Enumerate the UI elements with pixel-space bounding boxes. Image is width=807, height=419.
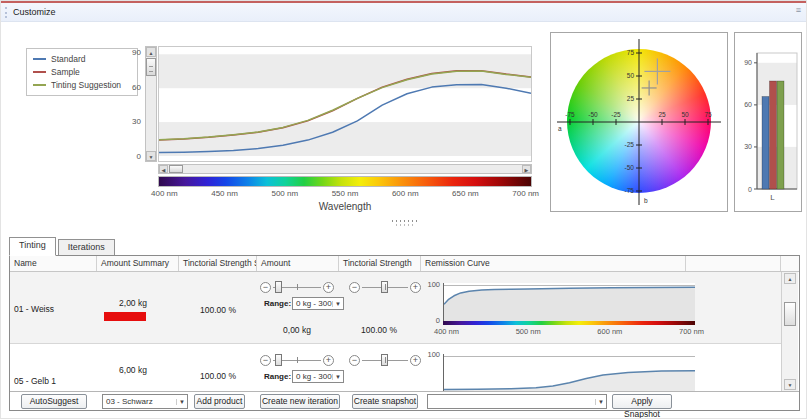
amount-summary-value: 6,00 kg [97, 365, 169, 375]
strength-slider-thumb[interactable] [381, 354, 388, 366]
amount-slider[interactable]: − + [260, 281, 334, 293]
column-header-amount-summary[interactable]: Amount Summary [97, 256, 179, 271]
product-name: 05 - Gelb 1 [14, 376, 56, 386]
toolbar-options-icon[interactable]: ≡ [796, 5, 801, 15]
create-snapshot-button[interactable]: Create snapshot [352, 394, 418, 409]
amount-slider[interactable]: − + [260, 354, 334, 366]
increase-amount-button[interactable]: + [323, 282, 334, 293]
svg-text:75: 75 [627, 49, 635, 56]
x-tick-label: 400 nm [151, 189, 178, 198]
amount-summary-value: 2,00 kg [97, 298, 169, 308]
column-header-tinctorial-strength-summary[interactable]: Tinctorial Strength Su... [179, 256, 257, 271]
legend-item-sample: Sample [33, 67, 131, 77]
add-product-button[interactable]: Add product [194, 394, 245, 409]
amount-slider-thumb[interactable] [275, 281, 282, 293]
y-tick-label: 90 [119, 48, 141, 57]
y-tick-label: 30 [119, 117, 141, 126]
bottom-tabs: Tinting Iterations [9, 237, 117, 256]
panel-footer: AutoSuggest 03 - Schwarz ▼ Add product C… [10, 391, 799, 410]
range-select[interactable]: 0 kg - 300 l ▼ [292, 370, 344, 383]
svg-text:-75: -75 [625, 187, 635, 194]
x-axis-tick-labels: 400 nm 450 nm 500 nm 550 nm 600 nm 650 n… [151, 189, 539, 198]
lab-color-wheel-panel: -75-75-50-50-25-25252550507575ab [550, 32, 728, 212]
table-row[interactable]: 01 - Weiss 2,00 kg 100.00 % − + Range: 0… [10, 272, 781, 344]
remission-y-max-label: 100 [414, 350, 440, 359]
remission-spectrum-strip [443, 321, 695, 325]
scroll-down-icon[interactable]: ▼ [146, 151, 156, 161]
remission-curve-chart [443, 283, 695, 321]
column-header-tinctorial-strength[interactable]: Tinctorial Strength [339, 256, 421, 271]
toolbar-grip-icon[interactable] [5, 7, 8, 18]
column-header-remission-curve[interactable]: Remission Curve [421, 256, 686, 271]
tinctorial-strength-slider[interactable]: − + [349, 354, 421, 366]
svg-text:30: 30 [744, 143, 752, 150]
decrease-strength-button[interactable]: − [349, 282, 360, 293]
svg-text:25: 25 [658, 111, 666, 118]
range-select[interactable]: 0 kg - 300 l ▼ [292, 297, 344, 310]
scroll-down-icon[interactable]: ▼ [784, 379, 796, 390]
toolbar-title: Customize [13, 7, 56, 17]
x-tick-label: 650 nm [452, 189, 479, 198]
scrollbar-thumb[interactable] [784, 302, 796, 326]
svg-text:-50: -50 [625, 164, 635, 171]
decrease-amount-button[interactable]: − [260, 355, 271, 366]
x-tick-label: 500 nm [271, 189, 298, 198]
column-header-empty [686, 256, 781, 271]
chevron-down-icon: ▼ [176, 399, 187, 405]
svg-text:-50: -50 [588, 111, 598, 118]
customize-window: Customize ≡ Standard Sample Tinting Sugg… [0, 0, 807, 419]
tab-iterations[interactable]: Iterations [58, 239, 115, 256]
wavelength-spectrum-strip [158, 176, 532, 187]
lab-axes-overlay: -75-75-50-50-25-25252550507575ab [551, 33, 727, 211]
x-tick-label: 450 nm [211, 189, 238, 198]
apply-snapshot-button[interactable]: Apply Snapshot [612, 394, 672, 409]
scroll-up-icon[interactable]: ▲ [146, 47, 156, 57]
strength-slider-thumb[interactable] [381, 281, 388, 293]
chart-vertical-scrollbar[interactable]: ▲ ▼ [145, 46, 157, 162]
table-header: Name Amount Summary Tinctorial Strength … [10, 256, 799, 272]
splitter-handle[interactable] [1, 220, 807, 228]
tab-tinting[interactable]: Tinting [9, 237, 56, 256]
x-axis-title: Wavelength [158, 201, 532, 212]
snapshot-select[interactable]: ▼ [427, 394, 607, 409]
svg-text:L: L [770, 193, 775, 202]
svg-text:-75: -75 [565, 111, 575, 118]
chart-horizontal-scrollbar[interactable]: ◀ ▶ [158, 164, 532, 174]
decrease-amount-button[interactable]: − [260, 282, 271, 293]
scroll-left-icon[interactable]: ◀ [159, 165, 168, 173]
suggestion-line-swatch [33, 84, 46, 86]
tinctorial-summary-value: 100.00 % [179, 305, 257, 315]
scrollbar-thumb[interactable] [169, 165, 183, 173]
chevron-down-icon: ▼ [332, 301, 343, 307]
standard-line-swatch [33, 58, 46, 60]
remission-y-min-label: 0 [420, 316, 440, 325]
y-tick-label: 60 [119, 83, 141, 92]
scrollbar-thumb[interactable] [146, 58, 156, 76]
toolbar: Customize ≡ [1, 3, 807, 22]
svg-text:0: 0 [748, 186, 752, 193]
remission-x-tick-labels: 400 nm 500 nm 600 nm 700 nm [434, 327, 704, 336]
legend-item-standard: Standard [33, 54, 131, 64]
y-tick-label: 0 [119, 152, 141, 161]
table-row[interactable]: 05 - Gelb 1 6,00 kg 100.00 % − + Range: … [10, 345, 781, 391]
autosuggest-button[interactable]: AutoSuggest [21, 394, 87, 409]
svg-text:90: 90 [744, 59, 752, 66]
product-select[interactable]: 03 - Schwarz ▼ [102, 394, 188, 409]
column-header-amount[interactable]: Amount [257, 256, 339, 271]
table-vertical-scrollbar[interactable]: ▲ ▼ [781, 272, 798, 391]
scroll-up-icon[interactable]: ▲ [784, 273, 796, 284]
svg-text:-25: -25 [611, 111, 621, 118]
scroll-right-icon[interactable]: ▶ [522, 165, 531, 173]
create-new-iteration-button[interactable]: Create new iteration [260, 394, 340, 409]
amount-bar [104, 312, 146, 321]
tinctorial-strength-slider[interactable]: − + [349, 281, 421, 293]
chevron-down-icon: ▼ [595, 399, 606, 405]
decrease-strength-button[interactable]: − [349, 355, 360, 366]
svg-text:75: 75 [704, 111, 712, 118]
increase-amount-button[interactable]: + [323, 355, 334, 366]
amount-slider-thumb[interactable] [275, 354, 282, 366]
column-header-name[interactable]: Name [10, 256, 97, 271]
svg-text:60: 60 [744, 101, 752, 108]
product-name: 01 - Weiss [14, 304, 54, 314]
svg-text:-25: -25 [625, 141, 635, 148]
